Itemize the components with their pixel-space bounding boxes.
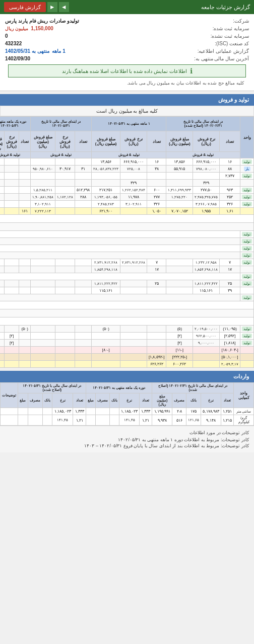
- th-import-notes: توضیحات: [1, 383, 18, 408]
- table-row: تولید ۲۵۲ ۲,۹۷۵,۳۲۵,۷۷۵ ۱,۲۷۵,۲۲۰ ۲۷۷ ۱۱…: [0, 194, 254, 201]
- footer-note-1: کادر توضیحات در مورد اطلاعات: [5, 430, 249, 435]
- section1-table-container[interactable]: واحد در ابتدای سال مالی تا تاریخ۱۴۰۲/۰۲/…: [0, 116, 254, 368]
- table-row: تولید: [0, 273, 254, 280]
- unit-tag: تولید: [242, 188, 252, 192]
- unit-tag: تولید: [242, 327, 252, 331]
- section1-subheader: کلیه مبالغ به میلیون ریال است: [0, 106, 254, 116]
- table-row: [0, 317, 254, 326]
- nav-arrows: ◄ ► گزارش فارسی: [4, 2, 69, 12]
- table-row: تولید ۲,۷۳۷: [0, 173, 254, 180]
- th-p3-amt: مبلغ فروش(میلیون ریال): [31, 131, 55, 152]
- warning-bar: ℹ اطلاعات نمایش داده شده با اطلاعات اصلا…: [8, 64, 246, 77]
- warning-icon: ℹ: [190, 67, 193, 75]
- th-import-amt3: مبلغ: [18, 393, 28, 408]
- table-row: تولید: [0, 231, 254, 238]
- th-p4-rate: نرخ فروش(ریال): [5, 131, 19, 152]
- th-import-rate2: نرخ: [119, 393, 139, 408]
- th-p3-rate: نرخ فروش(ریال): [55, 131, 75, 152]
- th-import-amt2: مبلغ: [86, 393, 96, 408]
- capital2-label: سرمایه ثبت نشده:: [211, 33, 249, 39]
- th-import-count3: تعداد: [73, 393, 86, 408]
- th-import-count1: تعداد: [221, 393, 233, 408]
- top-bar: گزارش جزئیات جامعه ◄ ► گزارش فارسی: [0, 0, 254, 14]
- th-p3-count: تعداد: [75, 131, 91, 152]
- table-row: تولید (۱۱,۰۹۵) ۲,۰۱۹,۵۰۰,۰۰۰ (۵) (۵۰) (۵…: [0, 326, 254, 333]
- production-table: واحد در ابتدای سال مالی تا تاریخ۱۴۰۲/۰۲/…: [0, 116, 254, 368]
- capital-label: سرمایه ثبت شده:: [213, 26, 249, 31]
- note-text: کلیه مبالغ حج شده به اطلاعات بیان به میل…: [5, 79, 249, 88]
- unit-tag: تولید: [242, 159, 252, 164]
- th-import-p3: در ابتدای سال مالی با تاریخ ۱۴۰۲/۰۵/۳۱ (…: [18, 383, 86, 393]
- import-row-1: سانتی متر ۱,۲۵۱ ۵,۱۷۸,۹۸۳ ۱۷۵ ۲-۸ ۱,۱۹۵,…: [1, 408, 254, 415]
- th-p3-sub: تولید & فروش: [31, 152, 92, 158]
- table-row: تولید ۱۶ ۶۶۶,۹۱۵,۰۰۰ ۱۳,۸۵۶ ۱۶ ۶۶۶,۹۱۵,۰…: [0, 158, 254, 166]
- company-info: شرکت: تولیدو صادرات ریش فام پارند پارس س…: [0, 14, 254, 91]
- unit-tag: تولید: [242, 334, 252, 338]
- table-row: تولید: [0, 294, 254, 301]
- unit-tag: تولید: [242, 274, 252, 279]
- nav-prev-button[interactable]: ◄: [59, 2, 69, 12]
- th-import-bank2: بانک: [110, 393, 119, 408]
- table-row: ۱۷ ۱,۸۵۴,۲۹۸,۱۱۸ ۱۷ ۱,۸۵۴,۲۹۸,۱۱۸: [0, 266, 254, 273]
- table-row-grand-total: [۵۰,۱,۰۰۰] [-۲۲۲,۲۵] [-۱,۸,۵۹۲]: [0, 354, 254, 361]
- table-row: تولید [۲,۵۹۲] ۹۶۲,۵۰۰,۰۰۰ [۲] [۲]: [0, 333, 254, 340]
- app-title: گزارش جزئیات جامعه: [201, 4, 250, 11]
- capital-value: 1,150,000 میلیون ریال: [5, 26, 53, 31]
- section2-table-container[interactable]: واحد کمیابی در ابتدای سال مالی تا تاریخ …: [0, 382, 254, 426]
- table-row: [0, 223, 254, 231]
- th-p4-amt: مبلغ فروش(میلیون ریال): [0, 131, 5, 152]
- table-row: تولید [۱,۸۱۸] ۹,۰۰۰,۰۰۰ [۲] [۲]: [0, 340, 254, 347]
- th-import-bank3: بانک: [42, 393, 52, 408]
- table-row-bottom-total: ۲,۰۵۹,۳,۱۷ ۶۰۰,۲۶۲ ۶۲۶,۲۶۲: [0, 361, 254, 368]
- th-p1-sub: تولید & فروش: [166, 152, 240, 158]
- th-import-consume1: مصرف: [172, 393, 186, 408]
- unit-tag: تولید: [242, 253, 252, 258]
- isc-label: کد صنعت (ISC):: [215, 41, 249, 46]
- isc-row: کد صنعت (ISC): 432322: [5, 40, 249, 47]
- table-row: ۳۹ ۱۱۵,۱۶۱ ۱۱۵,۱۶۱: [0, 287, 254, 294]
- footer-note-3: کادر توضیحات: مربوط به اطلاعات بند از اب…: [5, 443, 249, 448]
- th-p2-rate: نرخ فروش(ریال): [120, 131, 147, 152]
- table-row: [0, 309, 254, 317]
- report-date-label: گزارش عملیاتی اطلاعیه:: [198, 48, 249, 54]
- unit-tag: تولید: [242, 232, 252, 236]
- section2: واردات واحد کمیابی در ابتدای سال مالی تا…: [0, 371, 254, 426]
- capital2-value: 0: [5, 33, 8, 39]
- footer-notes: کادر توضیحات در مورد اطلاعات کادر توضیحا…: [0, 426, 254, 452]
- th-import-p2: دوره یک ماهه منتهی به ۱۴۰۲/۰۵/۳۱: [86, 383, 152, 393]
- fiscal-value: 1402/09/30: [5, 56, 30, 61]
- report-button[interactable]: گزارش فارسی: [4, 2, 46, 12]
- company-name-row: شرکت: تولیدو صادرات ریش فام پارند پارس: [5, 17, 249, 25]
- th-import-consume3: مصرف: [28, 393, 42, 408]
- isc-value: 432322: [5, 41, 22, 46]
- table-row: [0, 301, 254, 309]
- fiscal-label: آخرین سال مالی منتهی به:: [194, 56, 249, 61]
- nav-next-button[interactable]: ►: [47, 2, 57, 12]
- table-row: تولید: [0, 238, 254, 245]
- footer-note-2: کادر توضیحات: مربوط به اطلاعات دوره ۱ ما…: [5, 437, 249, 442]
- unit-tag: تولید: [242, 174, 252, 178]
- th-p1: در ابتدای سال مالی تا تاریخ۱۴۰۲/۰۲/۳۱ (ا…: [166, 117, 240, 131]
- section1-header: تولید و فروش: [0, 94, 254, 106]
- table-row-total: [-۱۸۰,۶۰۴] [-۱۱] [-۸۰]: [0, 347, 254, 354]
- unit-tag: تولید: [242, 281, 252, 286]
- unit-tag: بار: [244, 167, 250, 171]
- unit-tag: تولید: [242, 295, 252, 300]
- report-date-row: گزارش عملیاتی اطلاعیه: 1 ماهه منتهی به 1…: [5, 47, 249, 55]
- th-p1-rate: نرخ فروش(ریال): [193, 131, 220, 152]
- warning-text: اطلاعات نمایش داده شده با اطلاعات اصلا ش…: [62, 68, 187, 74]
- capital-row: سرمایه ثبت شده: 1,150,000 میلیون ریال: [5, 25, 249, 32]
- import-row-2: گرم/کیلوگرم ۱,۲۱۵ ۹,۱۴۸ ۱۲۱,۶۵ ۵۱۶ ۹,۹۳۸…: [1, 415, 254, 426]
- unit-tag: تولید: [242, 341, 252, 345]
- th-unit: واحد: [240, 117, 254, 158]
- table-row: تولید: [0, 245, 254, 252]
- th-p4-sub: تولید & فروش: [0, 152, 31, 158]
- table-row: تولید ۹۶۳ ۲۷۷,۵۰ ۱,۳۱۱,۶۹۹,۹۳۳ ۶۰۰ ۱,۲۶۲…: [0, 187, 254, 194]
- table-row: تولید: [0, 252, 254, 259]
- th-p4-count: تعداد: [19, 131, 31, 152]
- unit-tag: تولید: [242, 202, 252, 206]
- th-p2-count: تعداد: [147, 131, 166, 152]
- unit-tag: تولید: [242, 239, 252, 244]
- table-row: بار ۸۸ ۷۹۸,۰۸۰,۰۰۰ ۵۵,۹۱۵ ۳۸ ۷۲۵,۰۰۸ ۲۸,…: [0, 166, 254, 173]
- th-import-rate3: نرخ: [52, 393, 73, 408]
